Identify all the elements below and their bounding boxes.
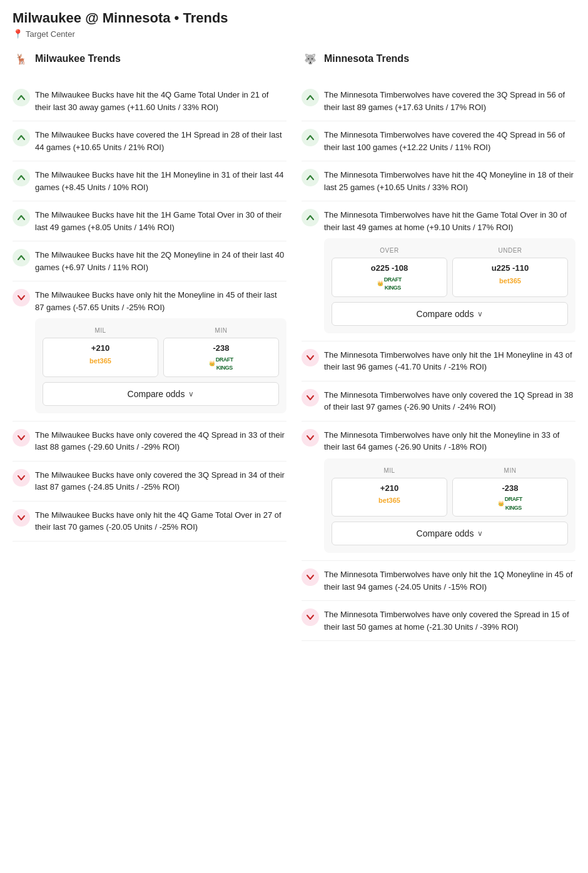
- trend-item: The Milwaukee Bucks have only hit the Mo…: [13, 281, 286, 421]
- odds-card: MIL MIN +210 bet365 -238 👑DRAFTKINGS Com…: [324, 458, 575, 553]
- positive-trend-icon: [302, 209, 319, 226]
- trend-item: The Milwaukee Bucks have hit the 4Q Game…: [13, 81, 286, 121]
- trend-item: The Milwaukee Bucks have only covered th…: [13, 462, 286, 502]
- odds-value-col1: o225 -108: [337, 262, 442, 275]
- chevron-down-icon: ∨: [188, 390, 194, 398]
- trend-text: The Milwaukee Bucks have hit the 1H Mone…: [35, 169, 286, 193]
- milwaukee-icon: 🦌: [13, 50, 30, 68]
- odds-value-col1: +210: [48, 342, 153, 355]
- milwaukee-trends-list: The Milwaukee Bucks have hit the 4Q Game…: [13, 81, 286, 542]
- trend-text: The Minnesota Timberwolves have covered …: [324, 89, 575, 113]
- positive-trend-icon: [302, 89, 319, 106]
- odds-value-col2: u225 -110: [458, 262, 562, 275]
- trend-item: The Milwaukee Bucks have hit the 1H Mone…: [13, 161, 286, 201]
- compare-odds-button[interactable]: Compare odds ∨: [332, 522, 568, 545]
- minnesota-title: Minnesota Trends: [324, 53, 409, 64]
- odds-box-col2: -238 👑DRAFTKINGS: [452, 478, 568, 517]
- chevron-down-icon: ∨: [477, 310, 483, 318]
- odds-value-col2: -238: [458, 482, 562, 495]
- trend-text: The Milwaukee Bucks have only hit the 4Q…: [35, 509, 286, 533]
- odds-col2-label: MIN: [452, 466, 568, 475]
- odds-col1-label: MIL: [43, 326, 158, 335]
- trend-item: The Milwaukee Bucks have hit the 1H Game…: [13, 201, 286, 241]
- trend-item: The Minnesota Timberwolves have hit the …: [302, 161, 575, 201]
- trend-item: The Minnesota Timberwolves have hit the …: [302, 201, 575, 341]
- trend-item: The Minnesota Timberwolves have only hit…: [302, 421, 575, 562]
- trend-item: The Minnesota Timberwolves have only hit…: [302, 341, 575, 381]
- compare-odds-button[interactable]: Compare odds ∨: [332, 302, 568, 326]
- odds-box-col1: +210 bet365: [43, 338, 158, 377]
- odds-card: MIL MIN +210 bet365 -238 👑DRAFTKINGS Com…: [35, 318, 286, 413]
- trend-text: The Milwaukee Bucks have hit the 2Q Mone…: [35, 249, 286, 273]
- positive-trend-icon: [13, 169, 30, 186]
- milwaukee-title: Milwaukee Trends: [35, 53, 121, 64]
- negative-trend-icon: [13, 469, 30, 487]
- positive-trend-icon: [13, 129, 30, 146]
- minnesota-header: 🐺 Minnesota Trends: [302, 50, 575, 73]
- compare-odds-label: Compare odds: [128, 389, 185, 399]
- chevron-down-icon: ∨: [477, 529, 483, 538]
- odds-value-col1: +210: [337, 482, 442, 495]
- trend-item: The Minnesota Timberwolves have only hit…: [302, 561, 575, 601]
- trend-text: The Minnesota Timberwolves have hit the …: [324, 209, 575, 333]
- negative-trend-icon: [13, 429, 30, 447]
- trend-text: The Minnesota Timberwolves have covered …: [324, 129, 575, 153]
- positive-trend-icon: [302, 169, 319, 186]
- negative-trend-icon: [302, 389, 319, 406]
- minnesota-icon: 🐺: [302, 50, 319, 68]
- odds-card: OVER UNDER o225 -108 👑DRAFTKINGS u225 -1…: [324, 238, 575, 333]
- trend-text: The Milwaukee Bucks have only covered th…: [35, 469, 286, 493]
- positive-trend-icon: [13, 89, 30, 106]
- negative-trend-icon: [302, 608, 319, 626]
- trend-text: The Minnesota Timberwolves have only cov…: [324, 608, 575, 633]
- milwaukee-column: 🦌 Milwaukee Trends The Milwaukee Bucks h…: [13, 50, 286, 641]
- trend-text: The Minnesota Timberwolves have only hit…: [324, 349, 575, 373]
- trend-item: The Milwaukee Bucks have only hit the 4Q…: [13, 502, 286, 542]
- trend-text: The Milwaukee Bucks have hit the 4Q Game…: [35, 89, 286, 113]
- minnesota-trends-list: The Minnesota Timberwolves have covered …: [302, 81, 575, 641]
- positive-trend-icon: [302, 129, 319, 146]
- trend-item: The Minnesota Timberwolves have only cov…: [302, 601, 575, 641]
- trend-item: The Milwaukee Bucks have covered the 1H …: [13, 121, 286, 161]
- venue-name: Target Center: [26, 29, 75, 39]
- two-col-layout: 🦌 Milwaukee Trends The Milwaukee Bucks h…: [13, 50, 575, 641]
- trend-text: The Minnesota Timberwolves have only hit…: [324, 568, 575, 593]
- trend-item: The Milwaukee Bucks have only covered th…: [13, 421, 286, 462]
- trend-text: The Minnesota Timberwolves have only hit…: [324, 429, 575, 553]
- trend-text: The Minnesota Timberwolves have only cov…: [324, 389, 575, 413]
- page-title: Milwaukee @ Minnesota • Trends: [13, 10, 575, 26]
- trend-item: The Milwaukee Bucks have hit the 2Q Mone…: [13, 241, 286, 281]
- odds-box-col2: -238 👑DRAFTKINGS: [163, 338, 279, 377]
- venue-icon: 📍: [13, 29, 23, 39]
- odds-col1-label: OVER: [332, 246, 447, 255]
- compare-odds-button[interactable]: Compare odds ∨: [43, 382, 279, 406]
- odds-box-col2: u225 -110 bet365: [452, 258, 568, 297]
- odds-col2-label: UNDER: [452, 246, 568, 255]
- trend-text: The Minnesota Timberwolves have hit the …: [324, 169, 575, 193]
- trend-text: The Milwaukee Bucks have only covered th…: [35, 429, 286, 453]
- compare-odds-label: Compare odds: [417, 309, 474, 319]
- odds-box-col1: o225 -108 👑DRAFTKINGS: [332, 258, 447, 297]
- odds-value-col2: -238: [169, 342, 273, 355]
- negative-trend-icon: [13, 289, 30, 306]
- odds-box-col1: +210 bet365: [332, 478, 447, 517]
- trend-item: The Minnesota Timberwolves have covered …: [302, 121, 575, 161]
- milwaukee-header: 🦌 Milwaukee Trends: [13, 50, 286, 73]
- negative-trend-icon: [302, 429, 319, 447]
- odds-col1-label: MIL: [332, 466, 447, 475]
- odds-col2-label: MIN: [163, 326, 279, 335]
- positive-trend-icon: [13, 249, 30, 266]
- trend-item: The Minnesota Timberwolves have covered …: [302, 81, 575, 121]
- trend-text: The Milwaukee Bucks have only hit the Mo…: [35, 289, 286, 413]
- trend-text: The Milwaukee Bucks have covered the 1H …: [35, 129, 286, 153]
- trend-text: The Milwaukee Bucks have hit the 1H Game…: [35, 209, 286, 233]
- negative-trend-icon: [302, 349, 319, 366]
- negative-trend-icon: [302, 568, 319, 586]
- compare-odds-label: Compare odds: [417, 528, 474, 538]
- trend-item: The Minnesota Timberwolves have only cov…: [302, 381, 575, 421]
- venue: 📍 Target Center: [13, 29, 575, 39]
- minnesota-column: 🐺 Minnesota Trends The Minnesota Timberw…: [302, 50, 575, 641]
- negative-trend-icon: [13, 509, 30, 527]
- positive-trend-icon: [13, 209, 30, 226]
